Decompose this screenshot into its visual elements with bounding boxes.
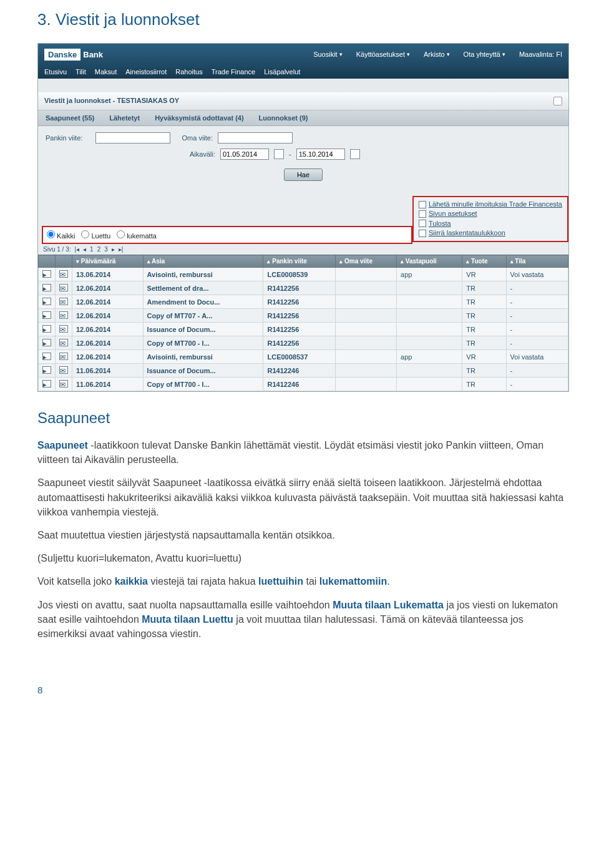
action-laheta[interactable]: Lähetä minulle ilmoituksia Trade Finance… — [429, 200, 562, 209]
cell-subject[interactable]: Copy of MT700 - I... — [143, 336, 263, 350]
table-row[interactable]: ▸✉12.06.2014Settlement of dra...R1412256… — [39, 281, 568, 295]
expand-icon[interactable]: ▸ — [42, 270, 51, 278]
cell-subject[interactable]: Copy of MT707 - A... — [143, 309, 263, 323]
action-siirra[interactable]: Siirrä laskentataulukkoon — [429, 228, 505, 238]
menu-ota-yhteytta[interactable]: Ota yhteyttä▾ — [464, 51, 505, 58]
envelope-icon[interactable]: ✉ — [59, 284, 68, 291]
table-row[interactable]: ▸✉13.06.2014Avisointi, remburssiLCE00085… — [39, 268, 568, 281]
expand-icon[interactable]: ▸ — [42, 366, 51, 374]
col-pankin-viite[interactable]: ▴ Pankin viite — [263, 255, 336, 268]
table-row[interactable]: ▸✉11.06.2014Copy of MT700 - I...R1412246… — [39, 378, 568, 391]
tab-lahetetyt[interactable]: Lähetetyt — [109, 114, 140, 122]
date-to-input[interactable] — [296, 149, 345, 160]
cell-date: 11.06.2014 — [72, 364, 144, 378]
radio-luettu[interactable]: Luettu — [81, 230, 110, 240]
envelope-icon[interactable]: ✉ — [59, 339, 68, 346]
cell-status: - — [506, 309, 568, 323]
nav-trade-finance[interactable]: Trade Finance — [212, 68, 256, 76]
radio-lukematta[interactable]: lukematta — [117, 230, 157, 240]
expand-icon[interactable]: ▸ — [42, 284, 51, 291]
action-tulosta[interactable]: Tulosta — [429, 219, 451, 228]
nav-etusivu[interactable]: Etusivu — [44, 68, 67, 76]
pager-last-icon[interactable]: ▸| — [119, 246, 124, 253]
hae-button[interactable]: Hae — [284, 168, 323, 181]
col-tuote[interactable]: ▴ Tuote — [462, 255, 506, 268]
col-tila[interactable]: ▴ Tila — [506, 255, 568, 268]
menu-arkisto[interactable]: Arkisto▾ — [424, 51, 450, 58]
nav-tilit[interactable]: Tilit — [75, 68, 86, 76]
pager-page[interactable]: 3 — [104, 246, 108, 253]
cell-date: 12.06.2014 — [72, 309, 144, 323]
expand-icon[interactable]: ▸ — [42, 325, 51, 333]
cell-subject[interactable]: Copy of MT700 - I... — [143, 378, 263, 391]
envelope-icon[interactable]: ✉ — [59, 366, 68, 374]
calendar-icon[interactable] — [350, 149, 360, 159]
col-paivamaara[interactable]: ▾ Päivämäärä — [72, 255, 144, 268]
cell-status: - — [506, 323, 568, 336]
cell-ref: R1412256 — [263, 281, 336, 295]
expand-icon[interactable]: ▸ — [42, 380, 51, 388]
table-row[interactable]: ▸✉12.06.2014Issuance of Docum...R1412256… — [39, 323, 568, 336]
expand-icon[interactable]: ▸ — [42, 311, 51, 319]
action-sivun[interactable]: Sivun asetukset — [429, 209, 477, 218]
logo-brand2: Bank — [83, 50, 103, 59]
envelope-icon[interactable]: ✉ — [59, 380, 68, 388]
calendar-icon[interactable] — [274, 149, 284, 159]
oma-viite-input[interactable] — [218, 132, 293, 144]
envelope-icon[interactable]: ✉ — [59, 270, 68, 278]
nav-aineistosiirrot[interactable]: Aineistosiirrot — [125, 68, 167, 76]
table-row[interactable]: ▸✉12.06.2014Copy of MT707 - A...R1412256… — [39, 309, 568, 323]
export-icon — [419, 230, 426, 237]
expand-icon[interactable]: ▸ — [42, 298, 51, 305]
nav-bar: Etusivu Tilit Maksut Aineistosiirrot Rah… — [38, 65, 568, 79]
tab-hyvaksymista[interactable]: Hyväksymistä odottavat (4) — [155, 114, 243, 122]
paragraph-3: Saat muutettua viestien järjestystä naps… — [37, 528, 569, 542]
col-vastapuoli[interactable]: ▴ Vastapuoli — [397, 255, 462, 268]
table-row[interactable]: ▸✉11.06.2014Issuance of Docum...R1412246… — [39, 364, 568, 378]
menu-kayttoasetukset[interactable]: Käyttöasetukset▾ — [356, 51, 410, 58]
envelope-icon[interactable]: ✉ — [59, 353, 68, 360]
menu-suosikit[interactable]: Suosikit▾ — [313, 51, 343, 58]
menu-maavalinta[interactable]: Maavalinta: FI — [519, 51, 562, 58]
pager-prev-icon[interactable]: ◂ — [83, 246, 86, 253]
col-asia[interactable]: ▴ Asia — [143, 255, 263, 268]
pankin-viite-input[interactable] — [95, 132, 170, 144]
date-from-input[interactable] — [220, 149, 269, 160]
nav-rahoitus[interactable]: Rahoitus — [175, 68, 202, 76]
tab-saapuneet[interactable]: Saapuneet (55) — [46, 114, 94, 122]
cell-own — [336, 268, 397, 281]
cell-subject[interactable]: Avisointi, remburssi — [143, 350, 263, 364]
tab-luonnokset[interactable]: Luonnokset (9) — [259, 114, 308, 122]
cell-ref: R1412256 — [263, 323, 336, 336]
table-row[interactable]: ▸✉12.06.2014Copy of MT700 - I...R1412256… — [39, 336, 568, 350]
pager-first-icon[interactable]: |◂ — [74, 246, 79, 253]
envelope-icon[interactable]: ✉ — [59, 325, 68, 333]
nav-lisapalvelut[interactable]: Lisäpalvelut — [264, 68, 300, 76]
expand-icon[interactable]: ▸ — [42, 339, 51, 346]
cell-subject[interactable]: Amendment to Docu... — [143, 295, 263, 309]
cell-subject[interactable]: Issuance of Docum... — [143, 364, 263, 378]
table-row[interactable]: ▸✉12.06.2014Amendment to Docu...R1412256… — [39, 295, 568, 309]
table-row[interactable]: ▸✉12.06.2014Avisointi, remburssiLCE00085… — [39, 350, 568, 364]
nav-maksut[interactable]: Maksut — [95, 68, 117, 76]
envelope-icon[interactable]: ✉ — [59, 311, 68, 319]
cell-ref: LCE0008537 — [263, 350, 336, 364]
top-menu: Suosikit▾ Käyttöasetukset▾ Arkisto▾ Ota … — [313, 51, 562, 58]
radio-filter-box: Kaikki Luettu lukematta — [42, 226, 412, 244]
cell-subject[interactable]: Avisointi, remburssi — [143, 268, 263, 281]
cell-counter — [397, 378, 462, 391]
section-title: 3. Viestit ja luonnokset — [37, 10, 569, 29]
help-icon[interactable] — [553, 97, 562, 105]
radio-kaikki[interactable]: Kaikki — [47, 230, 75, 240]
cell-subject[interactable]: Issuance of Docum... — [143, 323, 263, 336]
pankin-viite-label: Pankin viite: — [46, 134, 90, 142]
envelope-icon[interactable]: ✉ — [59, 298, 68, 305]
cell-product: TR — [462, 364, 506, 378]
pager-page[interactable]: 1 — [90, 246, 94, 253]
expand-icon[interactable]: ▸ — [42, 353, 51, 360]
pager-next-icon[interactable]: ▸ — [112, 246, 115, 253]
cell-subject[interactable]: Settlement of dra... — [143, 281, 263, 295]
cell-counter — [397, 336, 462, 350]
pager-page[interactable]: 2 — [97, 246, 101, 253]
col-oma-viite[interactable]: ▴ Oma viite — [336, 255, 397, 268]
